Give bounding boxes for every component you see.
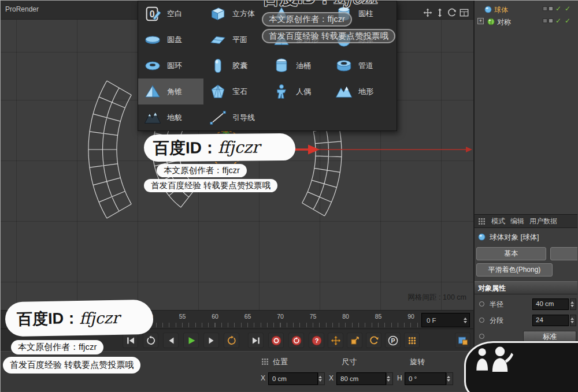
current-frame-value: 0 F [427,317,436,324]
gizmo-handle-left[interactable] [208,147,210,150]
chip-partial[interactable] [550,247,577,260]
btn-play[interactable] [183,333,199,348]
btn-key-pla[interactable] [404,333,420,348]
current-frame-field[interactable]: 0 F [421,313,470,327]
timeline-frame-70[interactable]: 70 [273,313,287,320]
gizmo-handle-bottom[interactable] [225,165,228,167]
timeline-frame-65[interactable]: 65 [241,313,255,320]
btn-prev-frame[interactable] [163,333,179,348]
btn-key-scale[interactable] [347,333,362,348]
menu-item-guide[interactable]: 引导线 [203,104,267,130]
menu-item-cylinder[interactable]: 圆柱 [329,1,397,27]
menu-item-cone[interactable] [267,1,329,27]
layer-toggle[interactable] [549,18,553,23]
property-stepper[interactable] [570,298,576,310]
tab-userdata[interactable]: 用户数据 [529,216,557,226]
pan-icon[interactable] [423,8,432,17]
object-item-om-symmetry[interactable]: +对称✓✓ [475,16,577,27]
btn-record-autokey[interactable] [288,333,304,348]
menu-item-pyramid[interactable]: 角锥 [138,79,203,104]
tube-icon [334,57,354,74]
menu-item-gem[interactable]: 宝石 [203,79,267,104]
btn-goto-end[interactable] [248,333,264,348]
btn-keyframe-selection[interactable] [455,333,470,348]
timeline-ruler[interactable]: 4045505560657075808590 0 F [1,310,473,328]
enabled-check-icon[interactable]: ✓ [565,17,570,25]
menu-item-sphere[interactable]: 球体 [329,27,397,53]
timeline-frame-40[interactable]: 40 [77,313,91,320]
coord-stepper[interactable] [386,372,393,385]
coord-stepper[interactable] [446,372,453,385]
om-symmetry-icon [487,17,495,25]
menu-item-torus[interactable]: 圆环 [138,53,203,79]
keyframe-dot-icon[interactable] [479,334,484,339]
object-origin-point[interactable] [224,148,228,151]
orbit-icon[interactable] [447,8,457,17]
menu-item-terrain[interactable]: 地形 [329,79,397,104]
tab-mode[interactable]: 模式 [491,216,505,226]
coord-value-field[interactable]: 0 ° [405,372,446,385]
enabled-check-icon[interactable]: ✓ [555,17,561,25]
object-item-om-sphere[interactable]: 球体✓✓ [475,3,577,15]
menu-item-prorender[interactable]: ProRender [5,5,39,13]
gizmo-handle-right[interactable] [242,147,245,150]
timeline-frame-90[interactable]: 90 [404,313,418,320]
enabled-check-icon[interactable]: ✓ [555,5,561,13]
timeline-frame-75[interactable]: 75 [306,313,320,320]
menu-item-disc[interactable]: 圆盘 [138,27,203,53]
dolly-icon[interactable] [435,8,444,17]
timeline-frame-60[interactable]: 60 [208,313,222,320]
timeline-frame-55[interactable]: 55 [176,313,190,320]
menu-item-tube[interactable]: 管道 [329,53,397,79]
chip-basic[interactable]: 基本 [476,247,546,260]
btn-next-frame[interactable] [203,333,219,348]
wireframe-arc-object[interactable] [302,126,342,216]
menu-item-label: 地形 [358,87,373,97]
coord-value-field[interactable]: 80 cm [336,372,386,385]
coord-section-2: 旋转H0 ° [394,352,462,392]
menu-item-label: 胶囊 [232,61,247,71]
btn-key-position[interactable] [328,333,343,348]
wireframe-arc-object[interactable] [88,81,131,218]
menu-item-capsule[interactable]: 胶囊 [203,53,267,79]
view-toggle-icon[interactable] [460,8,469,17]
coord-section-title: 旋转 [410,357,425,367]
layer-toggle[interactable] [549,6,553,11]
enabled-check-icon[interactable]: ✓ [565,5,570,13]
property-value-field[interactable]: 40 cm [532,298,569,310]
keyframe-dot-icon[interactable] [479,301,484,307]
timeline-frame-85[interactable]: 85 [372,313,386,320]
btn-play-reverse-loop[interactable] [143,333,158,348]
chip-phong[interactable]: 平滑着色(Phong) [476,263,553,277]
cylinder-icon [334,5,354,23]
expander-icon[interactable]: + [477,18,484,24]
timeline-frame-80[interactable]: 80 [339,313,353,320]
frame-stepper[interactable] [464,318,467,323]
property-value-field[interactable]: 24 [532,315,569,326]
axis-x-arrowhead[interactable] [308,145,320,155]
btn-key-parameter[interactable]: P [385,333,401,348]
menu-item-cube[interactable]: 立方体 [203,1,267,27]
sphere-icon [334,31,354,48]
btn-record-help[interactable]: ? [309,333,324,348]
layer-toggle[interactable] [543,18,547,23]
menu-item-polygon[interactable]: 多边形 [267,27,329,53]
timeline-frame-50[interactable]: 50 [143,313,157,320]
layer-toggle[interactable] [543,6,547,11]
coord-stepper[interactable] [318,372,325,385]
property-stepper[interactable] [570,315,576,326]
menu-item-plane[interactable]: 平面 [203,27,267,53]
btn-record-keyframe[interactable] [268,333,284,348]
keyframe-dot-icon[interactable] [479,318,484,323]
tab-edit[interactable]: 编辑 [510,216,524,226]
menu-item-null[interactable]: 0空白 [138,1,203,27]
timeline-frame-45[interactable]: 45 [110,313,124,320]
menu-item-oiltank[interactable]: 油桶 [267,53,329,79]
coord-value-field[interactable]: 0 cm [268,372,318,385]
btn-play-loop[interactable] [224,333,239,348]
btn-key-rotation[interactable] [366,333,381,348]
btn-goto-start[interactable] [123,333,138,348]
menu-item-figure[interactable]: 人偶 [267,79,329,104]
menu-item-landscape[interactable]: 地貌 [138,104,203,130]
coord-title-label: 尺寸 [342,357,357,367]
